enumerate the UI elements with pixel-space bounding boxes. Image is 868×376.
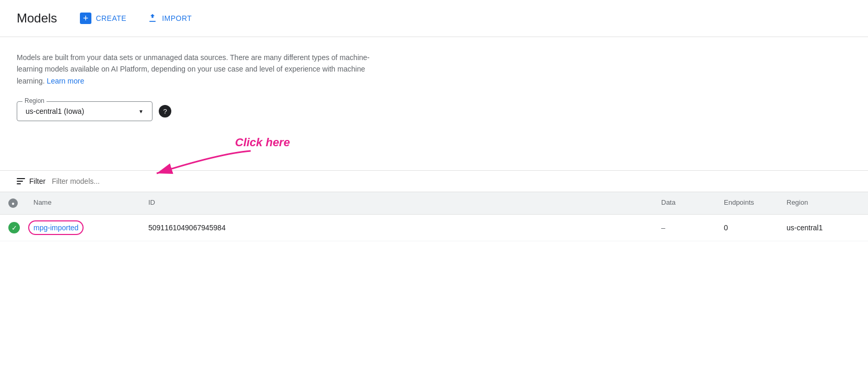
filter-lines-icon xyxy=(17,178,25,184)
page-title: Models xyxy=(17,11,57,26)
row-data-cell: – xyxy=(661,224,724,232)
status-success-icon: ✓ xyxy=(8,222,20,233)
table-header-endpoints: Endpoints xyxy=(724,198,787,208)
help-icon[interactable]: ? xyxy=(159,105,171,118)
header-actions: + CREATE IMPORT xyxy=(74,8,198,28)
filter-icon-group: Filter xyxy=(17,177,45,185)
table-header-status: ● xyxy=(8,198,33,208)
click-here-annotation: Click here xyxy=(235,136,290,149)
table-header-data: Data xyxy=(661,198,724,208)
description-section: Models are built from your data sets or … xyxy=(0,37,407,97)
table-row: ✓ mpg-imported 5091161049067945984 – 0 u… xyxy=(0,215,868,241)
annotation-container: Click here xyxy=(0,134,868,170)
annotation-arrow xyxy=(115,148,261,180)
import-icon xyxy=(147,13,158,24)
region-label: Region xyxy=(22,97,46,104)
row-status-cell: ✓ xyxy=(8,222,33,233)
region-select-wrapper: Region us-central1 (Iowa) ▼ ? xyxy=(17,101,171,121)
import-button[interactable]: IMPORT xyxy=(141,9,198,28)
sort-indicator-icon: ● xyxy=(8,198,18,208)
learn-more-link[interactable]: Learn more xyxy=(47,77,85,85)
create-button[interactable]: + CREATE xyxy=(74,8,133,28)
model-name-link[interactable]: mpg-imported xyxy=(33,224,78,232)
table-header: ● Name ID Data Endpoints Region xyxy=(0,192,868,215)
table-header-id: ID xyxy=(148,198,661,208)
row-endpoints-cell: 0 xyxy=(724,224,787,232)
create-icon: + xyxy=(80,13,91,24)
table: ● Name ID Data Endpoints Region ✓ mpg-im… xyxy=(0,192,868,241)
region-value: us-central1 (Iowa) ▼ xyxy=(26,107,144,115)
row-id-cell: 5091161049067945984 xyxy=(148,224,661,232)
chevron-down-icon: ▼ xyxy=(138,109,144,114)
row-name-cell: mpg-imported xyxy=(33,224,148,232)
model-name-wrapper: mpg-imported xyxy=(33,224,78,232)
region-select[interactable]: Region us-central1 (Iowa) ▼ xyxy=(17,101,153,121)
description-text: Models are built from your data sets or … xyxy=(17,52,391,87)
row-region-cell: us-central1 xyxy=(787,224,860,232)
region-section: Region us-central1 (Iowa) ▼ ? xyxy=(0,97,868,134)
page-header: Models + CREATE IMPORT xyxy=(0,0,868,37)
filter-label: Filter xyxy=(29,177,45,185)
table-header-region: Region xyxy=(787,198,860,208)
table-header-name: Name xyxy=(33,198,148,208)
